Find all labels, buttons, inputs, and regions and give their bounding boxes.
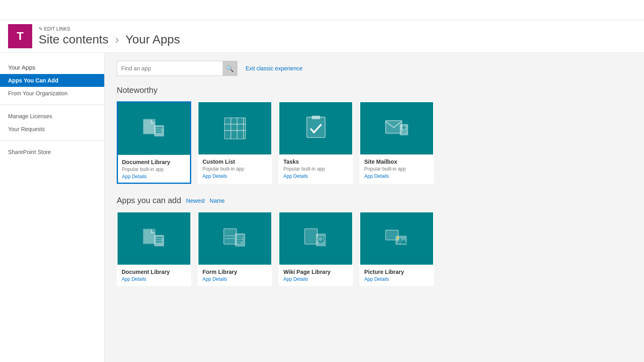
picture-library-icon-box <box>360 212 433 265</box>
svg-rect-3 <box>155 128 163 129</box>
custom-list-info: Custom List Popular built-in app App Det… <box>198 154 271 182</box>
search-input[interactable] <box>117 62 223 75</box>
breadcrumb-part1: Site contents <box>39 33 108 46</box>
can-add-header-row: Apps you can add Newest Name <box>117 196 632 205</box>
document-library-icon <box>140 115 168 143</box>
search-button[interactable]: 🔍 <box>223 61 237 76</box>
noteworthy-app-details-3[interactable]: App Details <box>364 173 429 179</box>
can-add-app-details-1[interactable]: App Details <box>202 276 267 282</box>
can-add-document-library-icon <box>140 224 168 253</box>
svg-rect-12 <box>307 117 325 138</box>
noteworthy-app-name-0: Document Library <box>122 159 186 165</box>
svg-rect-5 <box>155 132 162 133</box>
svg-rect-26 <box>224 229 237 245</box>
sort-name-link[interactable]: Name <box>210 197 225 204</box>
noteworthy-app-subtitle-0: Popular built-in app <box>122 167 186 172</box>
noteworthy-app-subtitle-3: Popular built-in app <box>364 166 429 172</box>
your-apps-title: Your Apps <box>0 61 104 74</box>
sidebar-divider-2 <box>0 140 104 141</box>
site-mailbox-icon-box <box>360 102 433 154</box>
picture-library-info: Picture Library App Details <box>360 265 433 285</box>
sidebar-item-apps-you-can-add[interactable]: Apps You Can Add <box>0 74 104 87</box>
sidebar-divider <box>0 105 104 105</box>
can-add-section-title: Apps you can add <box>117 196 181 205</box>
svg-rect-31 <box>236 242 241 243</box>
noteworthy-title: Noteworthy <box>117 86 632 95</box>
custom-list-icon <box>221 114 249 142</box>
form-library-icon-box <box>198 212 271 265</box>
search-box: 🔍 <box>117 61 237 76</box>
can-add-tile-wiki-page-library[interactable]: Wiki Page Library App Details <box>279 212 353 286</box>
noteworthy-tile-custom-list[interactable]: Custom List Popular built-in app App Det… <box>198 101 272 184</box>
noteworthy-tile-site-mailbox[interactable]: Site Mailbox Popular built-in app App De… <box>359 101 434 184</box>
wiki-page-library-info: Wiki Page Library App Details <box>279 265 352 285</box>
svg-rect-20 <box>400 132 405 134</box>
can-add-app-details-3[interactable]: App Details <box>364 276 429 282</box>
noteworthy-app-details-2[interactable]: App Details <box>283 173 348 179</box>
sidebar: Your Apps Apps You Can Add From Your Org… <box>0 53 105 362</box>
wiki-page-library-icon-box <box>279 212 352 265</box>
wiki-page-library-icon <box>302 224 330 253</box>
form-library-icon <box>221 224 249 253</box>
main-layout: Your Apps Apps You Can Add From Your Org… <box>0 53 644 362</box>
can-add-app-name-0: Document Library <box>122 269 186 275</box>
picture-library-icon <box>383 224 411 253</box>
document-library-info: Document Library Popular built-in app Ap… <box>118 155 190 183</box>
tasks-icon <box>302 114 330 142</box>
noteworthy-app-subtitle-1: Popular built-in app <box>202 166 267 172</box>
sidebar-item-manage-licenses[interactable]: Manage Licenses <box>0 110 104 123</box>
top-bar <box>0 0 644 20</box>
form-library-info: Form Library App Details <box>198 265 271 285</box>
sidebar-item-your-requests[interactable]: Your Requests <box>0 123 104 136</box>
can-add-app-name-2: Wiki Page Library <box>283 269 348 275</box>
svg-rect-4 <box>155 130 161 131</box>
svg-point-40 <box>397 237 399 239</box>
can-add-document-library-icon-box <box>118 212 190 265</box>
noteworthy-tile-document-library[interactable]: Document Library Popular built-in app Ap… <box>117 101 191 184</box>
breadcrumb-part2: Your Apps <box>126 33 180 46</box>
breadcrumb-arrow: › <box>115 33 119 46</box>
can-add-app-name-3: Picture Library <box>364 269 429 275</box>
noteworthy-app-details-0[interactable]: App Details <box>122 174 186 179</box>
site-mailbox-icon <box>383 114 411 142</box>
can-add-tile-form-library[interactable]: Form Library App Details <box>198 212 272 286</box>
logo-letter: T <box>17 30 23 43</box>
svg-rect-22 <box>154 235 164 246</box>
sidebar-item-from-your-organization[interactable]: From Your Organization <box>0 87 104 100</box>
edit-links-label[interactable]: ✎ EDIT LINKS <box>39 26 70 32</box>
custom-list-icon-box <box>198 102 271 154</box>
noteworthy-app-details-1[interactable]: App Details <box>202 173 267 179</box>
noteworthy-app-subtitle-2: Popular built-in app <box>283 166 348 172</box>
noteworthy-grid: Document Library Popular built-in app Ap… <box>117 101 632 184</box>
page-title: Site contents › Your Apps <box>39 33 180 46</box>
document-library-icon-box <box>118 103 190 155</box>
exit-classic-link[interactable]: Exit classic experience <box>246 65 303 72</box>
can-add-tile-picture-library[interactable]: Picture Library App Details <box>359 212 434 286</box>
svg-rect-24 <box>155 239 161 241</box>
noteworthy-app-name-1: Custom List <box>202 158 267 165</box>
header: T ✎ EDIT LINKS Site contents › Your Apps <box>0 20 644 53</box>
tasks-icon-box <box>279 102 352 154</box>
noteworthy-app-name-2: Tasks <box>283 158 348 165</box>
tasks-info: Tasks Popular built-in app App Details <box>279 154 352 182</box>
edit-links[interactable]: ✎ EDIT LINKS <box>39 26 180 32</box>
sidebar-item-sharepoint-store[interactable]: SharePoint Store <box>0 146 104 158</box>
svg-rect-29 <box>236 238 242 239</box>
search-row: 🔍 Exit classic experience <box>117 61 632 76</box>
content-area: 🔍 Exit classic experience Noteworthy <box>105 53 644 362</box>
noteworthy-tile-tasks[interactable]: Tasks Popular built-in app App Details <box>279 101 353 184</box>
svg-rect-2 <box>154 125 164 136</box>
can-add-app-details-0[interactable]: App Details <box>122 276 186 282</box>
site-mailbox-info: Site Mailbox Popular built-in app App De… <box>360 154 433 182</box>
sort-newest-link[interactable]: Newest <box>186 197 205 204</box>
can-add-document-library-info: Document Library App Details <box>118 265 190 285</box>
can-add-app-name-1: Form Library <box>202 269 267 275</box>
svg-rect-25 <box>155 241 162 243</box>
header-title: ✎ EDIT LINKS Site contents › Your Apps <box>39 26 180 46</box>
svg-rect-28 <box>236 236 244 237</box>
can-add-app-details-2[interactable]: App Details <box>283 276 348 282</box>
svg-rect-34 <box>305 229 318 245</box>
svg-rect-13 <box>312 116 320 119</box>
can-add-tile-document-library[interactable]: Document Library App Details <box>117 212 191 286</box>
svg-rect-23 <box>155 237 163 239</box>
